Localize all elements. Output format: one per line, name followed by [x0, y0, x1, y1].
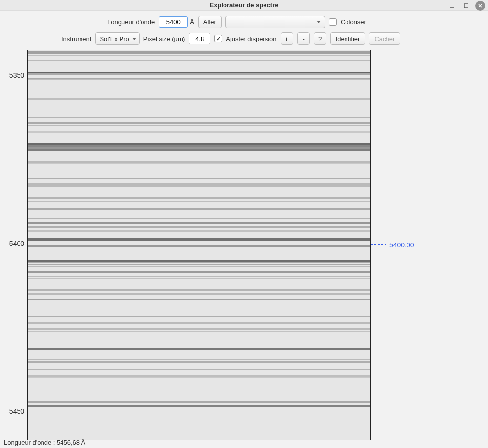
- spectral-line: [28, 405, 370, 407]
- instrument-label: Instrument: [61, 35, 91, 42]
- spectral-line: [28, 262, 370, 263]
- colorize-label: Coloriser: [341, 19, 366, 26]
- spectral-line: [28, 238, 370, 241]
- marker-value: 5400.00: [389, 241, 414, 249]
- spectral-line: [28, 131, 370, 133]
- axis-tick: 5450: [9, 407, 24, 415]
- spectral-line: [28, 79, 370, 80]
- spectral-line: [28, 73, 370, 75]
- toolbar-row-1: Longueur d'onde Å Aller Coloriser: [0, 14, 488, 30]
- window-title: Explorateur de spectre: [210, 1, 279, 9]
- spectral-line: [28, 226, 370, 228]
- titlebar: Explorateur de spectre: [0, 0, 488, 11]
- spectral-line: [28, 178, 370, 179]
- maximize-button[interactable]: [462, 1, 470, 10]
- spectral-line: [28, 122, 370, 124]
- identify-button[interactable]: Identifier: [330, 32, 366, 45]
- plus-button[interactable]: +: [281, 32, 293, 45]
- wavelength-unit: Å: [190, 19, 194, 26]
- pixel-size-label: Pixel size (µm): [143, 35, 185, 42]
- wavelength-marker: 5400.00: [371, 241, 414, 249]
- adjust-dispersion-label: Ajuster dispersion: [226, 35, 276, 42]
- y-axis: 5350 5400 5450: [0, 50, 27, 437]
- spectral-line: [28, 149, 370, 151]
- spectral-line: [28, 245, 370, 247]
- spectral-line: [28, 183, 370, 185]
- spectral-line: [28, 60, 370, 61]
- spectral-line: [28, 208, 370, 210]
- instrument-dropdown[interactable]: Sol'Ex Pro: [95, 32, 139, 45]
- spectral-line: [28, 98, 370, 100]
- line-select-dropdown[interactable]: [225, 16, 325, 28]
- svg-rect-1: [464, 4, 468, 8]
- wavelength-input[interactable]: [159, 16, 188, 28]
- spectral-line: [28, 222, 370, 224]
- spectral-line: [28, 331, 370, 332]
- chevron-down-icon: [317, 21, 321, 23]
- adjust-dispersion-checkbox[interactable]: [214, 35, 222, 42]
- spectrum-plot[interactable]: [27, 50, 371, 440]
- spectral-line: [28, 230, 370, 232]
- pixel-size-input[interactable]: [189, 33, 210, 44]
- spectral-line: [28, 278, 370, 279]
- instrument-value: Sol'Ex Pro: [100, 35, 129, 42]
- spectral-line: [28, 299, 370, 300]
- spectral-line: [28, 293, 370, 295]
- spectral-line: [28, 289, 370, 291]
- spectral-line: [28, 359, 370, 360]
- spectral-line: [28, 369, 370, 370]
- spectral-line: [28, 377, 370, 378]
- spectral-line: [28, 264, 370, 265]
- minimize-button[interactable]: [448, 1, 457, 10]
- colorize-checkbox[interactable]: [329, 18, 337, 26]
- minus-button[interactable]: -: [297, 32, 310, 45]
- spectral-line: [28, 218, 370, 219]
- spectral-line: [28, 201, 370, 202]
- spectral-line: [28, 117, 370, 118]
- close-button[interactable]: [475, 1, 485, 11]
- spectral-line: [28, 197, 370, 199]
- spectral-line: [28, 348, 370, 350]
- spectral-line: [28, 266, 370, 267]
- chevron-down-icon: [132, 38, 136, 40]
- toolbar-row-2: Instrument Sol'Ex Pro Pixel size (µm) Aj…: [0, 30, 488, 47]
- spectral-line: [28, 328, 370, 330]
- spectral-line: [28, 55, 370, 56]
- spectral-line: [28, 322, 370, 324]
- axis-tick: 5350: [9, 71, 24, 79]
- help-button[interactable]: ?: [314, 32, 326, 45]
- spectral-line: [28, 125, 370, 126]
- status-bar: Longueur d'onde : 5456,68 Å: [4, 439, 85, 446]
- wavelength-label: Longueur d'onde: [107, 19, 155, 26]
- spectral-line: [28, 361, 370, 363]
- hide-button[interactable]: Cacher: [369, 32, 400, 45]
- spectrum-container: 5350 5400 5450 5400.00 Longueur d'onde :…: [0, 50, 488, 448]
- go-button[interactable]: Aller: [198, 16, 222, 28]
- spectral-line: [28, 276, 370, 277]
- marker-dash: [371, 244, 386, 245]
- spectral-line: [28, 401, 370, 403]
- spectral-line: [28, 51, 370, 54]
- axis-tick: 5400: [9, 240, 24, 247]
- window-controls: [448, 1, 485, 11]
- spectral-line: [28, 271, 370, 273]
- spectral-line: [28, 185, 370, 187]
- spectral-line: [28, 316, 370, 317]
- spectrum-area: 5350 5400 5450 5400.00: [0, 50, 488, 437]
- toolbar: Longueur d'onde Å Aller Coloriser Instru…: [0, 11, 488, 50]
- spectral-line: [28, 163, 370, 164]
